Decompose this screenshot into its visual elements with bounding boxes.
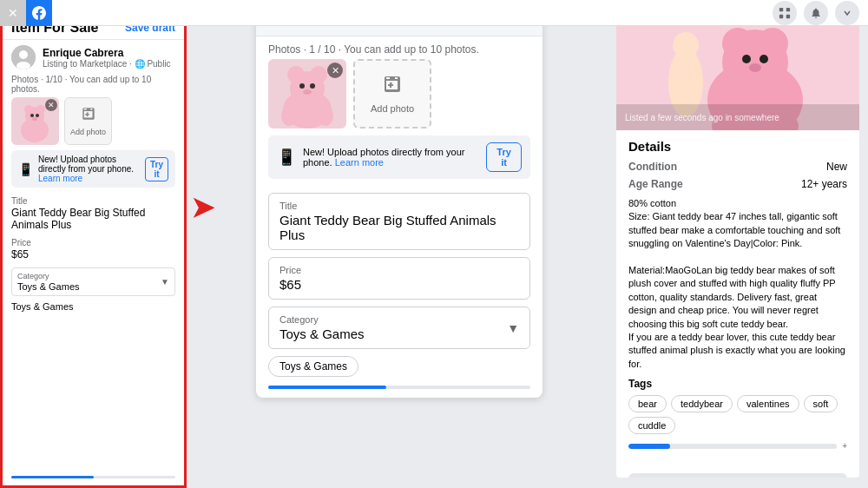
age-range-key: Age Range [628,178,683,190]
condition-row: Condition New [628,161,847,173]
details-image-overlay: Listed a few seconds ago in somewhere [616,104,859,130]
category-chevron-icon: ▼ [507,321,519,335]
left-category-dropdown[interactable]: Category Toys & Games ▼ [11,267,175,296]
learn-more-link[interactable]: Learn more [38,174,82,183]
left-tag: Toys & Games [11,301,175,312]
svg-point-22 [318,105,333,126]
left-category-value: Toys & Games [17,281,80,292]
details-description: 80% cotton Size: Giant teddy bear 47 inc… [628,197,847,371]
age-range-row: Age Range 12+ years [628,178,847,190]
left-title-field: Title Giant Teddy Bear Big Stuffed Anima… [3,193,184,234]
add-photo-icon [81,106,96,125]
browser-icons: ✕ [0,0,52,26]
left-price-value: $65 [11,248,175,260]
age-range-value: 12+ years [801,178,847,190]
top-navigation [0,0,868,26]
close-icon[interactable]: ✕ [0,0,26,26]
preview-category-label: Category [279,314,365,325]
svg-rect-0 [779,7,783,10]
chevron-icon: ▼ [161,277,169,287]
detail-progress-fill [628,444,670,449]
preview-title-field[interactable]: Title Giant Teddy Bear Big Stuffed Anima… [268,193,530,250]
main-content-area: Preview Photos · 1 / 10 · You can add up… [187,0,868,488]
preview-price-label: Price [279,265,519,275]
detail-progress-label: + [842,441,847,451]
bell-icon[interactable] [804,1,828,25]
user-sub: Listing to Marketplace · 🌐 Public [43,59,171,69]
svg-point-17 [310,66,327,83]
svg-point-21 [281,105,297,126]
detail-progress-bar [628,444,837,449]
details-image-area: Listed a few seconds ago in somewhere [616,9,859,130]
svg-point-26 [722,28,753,59]
details-section-title: Details [628,139,847,154]
preview-try-it-button[interactable]: Try it [486,142,522,172]
preview-add-photo-button[interactable]: Add photo [353,59,431,129]
svg-point-30 [749,63,761,72]
preview-add-photo-label: Add photo [371,103,414,114]
svg-point-11 [30,114,34,117]
image-overlay-text: Listed a few seconds ago in somewhere [625,113,779,122]
svg-rect-2 [779,14,783,17]
breadcrumb-tag-toys[interactable]: Toys & Games [268,356,358,377]
svg-point-27 [757,28,788,59]
detail-tag[interactable]: bear [628,395,667,412]
left-price-label: Price [11,238,175,247]
svg-point-9 [24,105,33,114]
svg-rect-3 [786,14,790,17]
preview-price-field[interactable]: Price $65 [268,257,530,300]
left-price-field: Price $65 [3,234,184,264]
avatar [11,45,36,69]
chevron-down-icon[interactable] [835,1,859,25]
svg-point-20 [303,89,312,95]
left-category-label: Category [17,272,80,280]
message-button[interactable]: Message [628,473,847,478]
svg-point-5 [19,50,28,59]
preview-price-value: $65 [279,277,519,292]
preview-photo-thumbnail: ✕ [268,59,346,129]
svg-point-18 [299,83,305,89]
svg-point-19 [310,83,315,89]
grid-icon[interactable] [773,1,797,25]
left-progress-bar [11,476,175,478]
user-info: Enrique Cabrera Listing to Marketplace ·… [43,47,171,69]
detail-tag[interactable]: soft [804,395,838,412]
detail-tag[interactable]: teddybear [671,395,733,412]
facebook-icon[interactable] [26,0,52,26]
nav-icons [773,1,859,25]
left-progress-fill [11,476,94,478]
svg-point-12 [36,114,39,117]
preview-category-value: Toys & Games [279,326,365,341]
preview-title-value: Giant Teddy Bear Big Stuffed Animals Plu… [279,213,519,242]
try-it-button-small[interactable]: Try it [145,157,168,181]
svg-point-29 [760,55,768,63]
left-photos-row: ✕ Add photo [3,97,184,150]
svg-point-13 [32,117,37,121]
left-add-photo-button[interactable]: Add photo [64,97,112,145]
phone-icon: 📱 [18,162,33,176]
left-photo-close-icon[interactable]: ✕ [45,99,57,111]
preview-progress-bar [268,386,530,389]
svg-point-10 [36,105,45,114]
condition-value: New [826,161,847,173]
preview-learn-more-link[interactable]: Learn more [335,157,384,168]
upload-main-text: New! Upload photos directly from your ph… [38,155,134,174]
preview-panel: Preview Photos · 1 / 10 · You can add up… [256,9,542,398]
left-photo-thumbnail: ✕ [11,97,59,145]
user-name: Enrique Cabrera [43,47,171,59]
preview-category-dropdown[interactable]: Category Toys & Games ▼ [268,307,530,349]
svg-point-16 [287,66,305,83]
details-panel: Listed a few seconds ago in somewhere De… [616,9,859,478]
left-upload-banner: 📱 New! Upload photos directly from your … [11,150,175,188]
preview-upload-text: New! Upload photos directly from your ph… [303,147,479,168]
left-title-label: Title [11,196,175,206]
details-tags-title: Tags [628,378,847,390]
preview-photos-label: Photos · 1 / 10 · You can add up to 10 p… [256,36,542,59]
detail-tag[interactable]: valentines [737,395,799,412]
preview-photo-close-icon[interactable]: ✕ [327,63,343,78]
left-title-value: Giant Teddy Bear Big Stuffed Animals Plu… [11,207,175,231]
add-photo-large-icon [382,74,403,100]
detail-progress-row: + [628,441,847,451]
detail-tag[interactable]: cuddle [628,417,675,434]
preview-title-label: Title [279,201,519,211]
